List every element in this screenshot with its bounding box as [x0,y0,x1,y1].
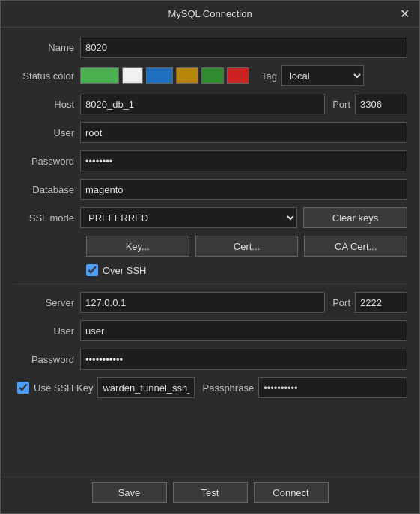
mysql-connection-dialog: MySQL Connection ✕ Name Status color Tag… [0,0,420,514]
use-ssh-key-label[interactable]: Use SSH Key [34,382,93,394]
ssl-mode-label: SSL mode [13,212,80,224]
key-button[interactable]: Key... [86,236,189,257]
ssh-server-label: Server [13,297,80,308]
host-row: Host Port [13,94,407,114]
user-input[interactable] [80,122,407,143]
connect-button[interactable]: Connect [254,482,329,503]
use-ssh-key-row: Use SSH Key Passphrase [13,377,407,398]
status-color-label: Status color [13,70,80,82]
ca-cert-button[interactable]: CA Cert... [304,236,407,257]
color-swatch-green[interactable] [80,67,119,84]
ssh-server-input[interactable] [80,292,325,313]
title-bar: MySQL Connection ✕ [1,1,419,28]
divider [13,284,407,284]
color-swatch-red[interactable] [227,67,249,84]
ssh-server-row: Server Port [13,292,407,313]
color-swatch-blue[interactable] [146,67,173,84]
over-ssh-label[interactable]: Over SSH [103,265,147,276]
ssh-port-input[interactable] [355,292,407,313]
ssh-key-input[interactable] [97,377,195,398]
save-button[interactable]: Save [92,482,167,503]
tag-label: Tag [261,70,277,82]
ssh-server-port-group: Port [80,292,407,313]
port-label: Port [332,99,350,110]
ssh-port-label: Port [332,297,350,308]
ssl-mode-row: SSL mode PREFERRED REQUIRED DISABLED VER… [13,207,407,228]
clear-keys-button[interactable]: Clear keys [303,207,407,228]
form-content: Name Status color Tag local dev staging … [1,28,419,474]
port-input[interactable] [355,94,407,114]
password-row: Password [13,150,407,171]
ssh-password-input[interactable] [80,349,407,370]
test-button[interactable]: Test [173,482,248,503]
ssh-password-row: Password [13,349,407,370]
ssh-user-input[interactable] [80,320,407,341]
passphrase-label: Passphrase [202,382,254,394]
ssh-password-label: Password [13,354,80,365]
use-ssh-key-checkbox[interactable] [17,382,29,394]
close-button[interactable]: ✕ [395,5,413,23]
cert-button[interactable]: Cert... [195,236,299,257]
database-input[interactable] [80,179,407,200]
over-ssh-row: Over SSH [86,264,407,276]
name-row: Name [13,37,407,58]
cert-row: Key... Cert... CA Cert... [86,236,407,257]
color-swatch-lime[interactable] [201,67,224,84]
host-label: Host [13,99,80,110]
color-swatch-tan[interactable] [176,67,198,84]
footer: Save Test Connect [1,474,419,513]
ssh-user-label: User [13,325,80,337]
host-input[interactable] [80,94,325,114]
name-input[interactable] [80,37,407,58]
dialog-title: MySQL Connection [168,8,252,19]
passphrase-input[interactable] [258,377,407,398]
user-label: User [13,127,80,138]
password-input[interactable] [80,150,407,171]
color-swatch-white[interactable] [122,67,143,84]
status-color-row: Status color Tag local dev staging produ… [13,65,407,86]
host-port-group: Port [80,94,407,114]
color-swatches [80,67,252,84]
password-label: Password [13,156,80,167]
name-label: Name [13,42,80,53]
ssl-mode-select[interactable]: PREFERRED REQUIRED DISABLED VERIFY_CA VE… [80,207,297,228]
tag-select[interactable]: local dev staging production [281,65,364,86]
user-row: User [13,122,407,143]
ssh-user-row: User [13,320,407,341]
database-row: Database [13,179,407,200]
over-ssh-checkbox[interactable] [86,264,98,276]
database-label: Database [13,184,80,195]
